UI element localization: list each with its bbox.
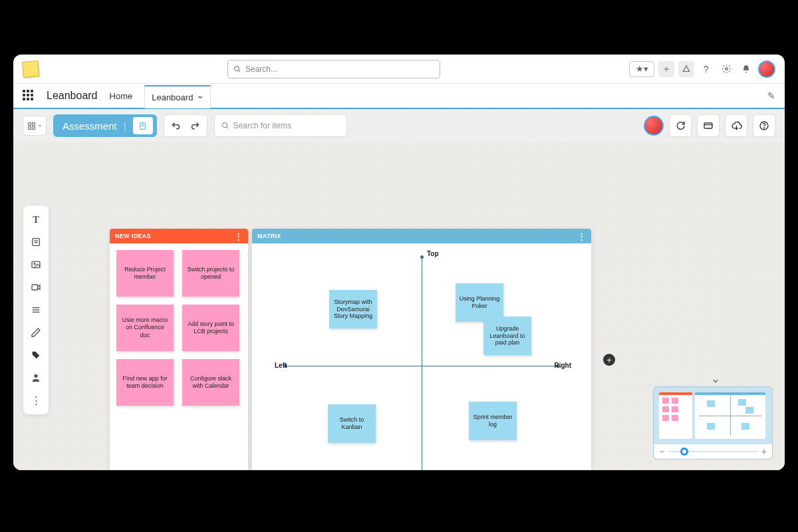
sticky-card[interactable]: Upgrade Leanboard to paid plan [483,317,531,355]
panel-title: NEW IDEAS [115,233,151,239]
undo-redo-group [164,114,207,137]
redo-button[interactable] [190,121,200,131]
tool-palette: T ⋮ [23,205,49,415]
svg-rect-12 [704,123,712,128]
add-panel-button-right[interactable]: + [603,354,615,366]
help-icon[interactable]: ? [698,61,714,77]
user-avatar[interactable] [758,61,775,78]
panel-title: MATRIX [257,233,281,239]
search-icon [233,65,241,73]
axis-end-dot [420,255,424,259]
sticky-tool-icon[interactable] [26,232,46,252]
header-actions: ★▾ ＋ ? [629,61,775,78]
download-cloud-button[interactable] [725,114,747,137]
tag-tool-icon[interactable] [26,345,46,365]
card-view-button[interactable] [697,114,720,137]
svg-rect-21 [32,285,38,290]
text-tool-icon[interactable]: T [26,209,46,229]
image-tool-icon[interactable] [26,255,46,275]
sticky-card[interactable]: Configure slack with Calendar [182,359,239,406]
sticky-card[interactable]: Reduce Project member [116,250,174,297]
app-logo-note-icon [22,60,39,77]
global-search-input[interactable]: Search... [227,60,440,78]
svg-line-1 [239,70,241,72]
more-tools-icon[interactable]: ⋮ [26,390,46,410]
notifications-bell-icon[interactable] [738,61,754,77]
zoom-track[interactable] [668,451,757,452]
edit-pencil-icon[interactable]: ✎ [767,90,775,101]
panel-header-ideas: NEW IDEAS ⋮ [110,229,248,243]
panel-new-ideas[interactable]: NEW IDEAS ⋮ Reduce Project member Switch… [110,229,248,470]
toolbar-right [644,114,775,137]
svg-line-11 [226,127,228,129]
minimap-ideas-panel [659,392,692,439]
ideas-body: Reduce Project member Switch projects to… [110,243,248,412]
panel-menu-icon[interactable]: ⋮ [577,231,586,241]
axis-label-top: Top [427,250,439,257]
svg-rect-3 [28,122,31,125]
board-toolbar: Assessment | Search for items [13,109,785,142]
zoom-thumb[interactable] [680,448,688,456]
sticky-card[interactable]: Add story point to LCB projects [182,305,239,351]
zoom-out-icon[interactable]: − [659,446,664,457]
svg-point-20 [34,263,35,265]
svg-point-15 [763,128,764,128]
sticky-card[interactable]: Switch to Kanban [328,404,376,443]
sticky-card[interactable]: FInd new app for team decision [116,359,174,406]
sticky-card[interactable]: Switch projects to opened [182,250,239,297]
axis-label-right: Right [554,362,571,369]
app-switcher-icon[interactable] [23,90,35,102]
nav-row: Leanboard Home Leanboard ✎ [13,84,785,109]
nav-home[interactable]: Home [110,91,133,101]
chevron-down-icon [197,94,203,100]
svg-point-26 [34,374,37,378]
board-title: Assessment [63,120,117,132]
collaborator-avatar[interactable] [644,116,664,136]
zoom-slider[interactable]: − + [654,444,772,459]
svg-marker-22 [38,285,40,290]
topbar: Search... ★▾ ＋ ? [13,55,785,84]
svg-point-10 [222,123,227,128]
nav-tab-label: Leanboard [152,92,193,102]
board-document-icon[interactable] [133,117,153,134]
nav-tab-leanboard[interactable]: Leanboard [144,85,211,108]
canvas[interactable]: T ⋮ [13,142,785,470]
svg-point-0 [235,66,239,70]
search-icon [221,122,229,130]
user-tool-icon[interactable] [26,368,46,388]
layout-grid-button[interactable] [23,116,47,136]
svg-rect-4 [32,122,35,125]
sticky-card[interactable]: Storymap with DevSamurai Story Mapping [329,290,377,329]
help-circle-button[interactable] [753,114,775,137]
create-button[interactable]: ＋ [658,61,674,77]
minimap[interactable]: − + [653,386,773,460]
list-tool-icon[interactable] [26,300,46,320]
panel-menu-icon[interactable]: ⋮ [234,231,243,241]
panel-matrix[interactable]: MATRIX ⋮ Top Bottom Left Right Storymap … [252,229,591,470]
sticky-card[interactable]: Usie more macro on Confluence doc [116,305,174,351]
settings-gear-icon[interactable] [718,61,734,77]
items-search-input[interactable]: Search for items [214,114,347,137]
favorites-button[interactable]: ★▾ [629,61,654,77]
video-tool-icon[interactable] [26,277,46,297]
search-placeholder: Search... [245,65,277,74]
axis-vertical [422,257,422,470]
app-window: Search... ★▾ ＋ ? Leanboard Home Leanboar… [13,55,785,470]
undo-button[interactable] [171,121,181,131]
zoom-in-icon[interactable]: + [761,446,767,457]
svg-rect-5 [28,126,31,129]
panel-header-matrix: MATRIX ⋮ [252,229,591,243]
board-title-chip[interactable]: Assessment | [53,114,157,137]
svg-point-2 [725,68,728,70]
minimap-container: − + [653,386,773,460]
upgrade-icon[interactable] [678,61,694,77]
app-name: Leanboard [47,90,98,102]
comments-button[interactable] [669,114,692,137]
axis-label-left: Left [275,362,287,369]
matrix-body: Top Bottom Left Right Storymap with DevS… [252,243,591,470]
board: NEW IDEAS ⋮ Reduce Project member Switch… [110,229,591,470]
sticky-card[interactable]: Sprint member log [469,402,517,440]
items-search-placeholder: Search for items [233,121,291,130]
pen-tool-icon[interactable] [26,323,46,342]
minimap-collapse-icon[interactable] [712,377,720,385]
